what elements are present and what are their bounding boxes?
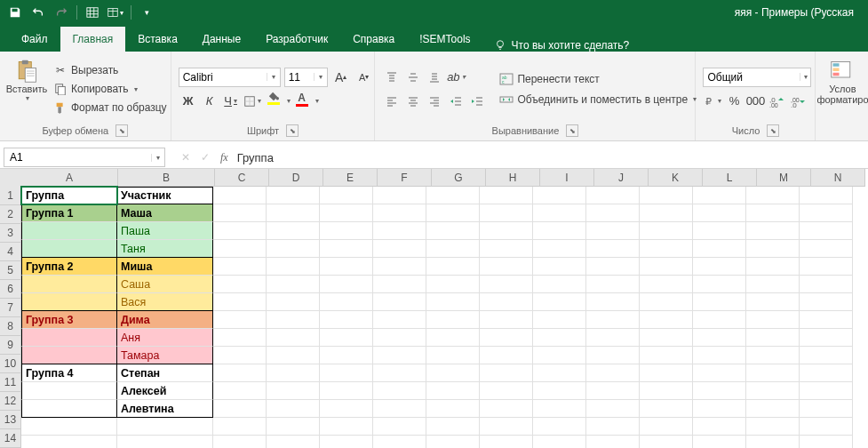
cell-I9[interactable] — [533, 329, 586, 347]
cell-H12[interactable] — [480, 382, 533, 400]
cell-F4[interactable] — [373, 240, 426, 258]
col-header-H[interactable]: H — [486, 169, 540, 187]
tab-!semtools[interactable]: !SEMTools — [407, 27, 482, 52]
cell-H1[interactable] — [480, 187, 533, 204]
cell-D4[interactable] — [267, 240, 320, 258]
row-header-3[interactable]: 3 — [0, 224, 21, 243]
cell-A4[interactable] — [21, 240, 117, 258]
cell-H6[interactable] — [480, 276, 533, 293]
cell-N4[interactable] — [800, 240, 853, 258]
cell-N11[interactable] — [800, 364, 853, 382]
cell-K9[interactable] — [640, 329, 693, 347]
cell-L5[interactable] — [693, 258, 746, 276]
cell-K6[interactable] — [640, 276, 693, 293]
cell-N1[interactable] — [800, 187, 853, 204]
cell-F1[interactable] — [373, 187, 426, 204]
cell-M14[interactable] — [746, 418, 800, 436]
decrease-font-icon[interactable]: A▾ — [354, 68, 374, 87]
cell-A13[interactable] — [21, 400, 117, 418]
row-header-8[interactable]: 8 — [0, 317, 21, 336]
cell-H15[interactable] — [480, 436, 533, 448]
cell-M10[interactable] — [746, 347, 800, 364]
cell-L1[interactable] — [693, 187, 746, 204]
col-header-B[interactable]: B — [118, 169, 215, 187]
cell-J11[interactable] — [586, 364, 640, 382]
cell-B11[interactable]: Степан — [117, 364, 213, 382]
cell-B1[interactable]: Участник — [117, 187, 213, 204]
cell-J2[interactable] — [586, 204, 640, 222]
cell-M2[interactable] — [746, 204, 800, 222]
cell-F5[interactable] — [373, 258, 426, 276]
cell-C5[interactable] — [213, 258, 267, 276]
cell-B14[interactable] — [117, 418, 213, 436]
increase-font-icon[interactable]: A▴ — [331, 68, 351, 87]
row-header-2[interactable]: 2 — [0, 205, 21, 224]
col-header-N[interactable]: N — [811, 169, 865, 187]
cell-B6[interactable]: Саша — [117, 276, 213, 293]
accounting-format-icon[interactable]: ₽▾ — [703, 92, 722, 111]
cell-F2[interactable] — [373, 204, 426, 222]
tab-разработчик[interactable]: Разработчик — [253, 27, 340, 52]
cell-K14[interactable] — [640, 418, 693, 436]
cell-C14[interactable] — [213, 418, 267, 436]
cell-J14[interactable] — [586, 418, 640, 436]
cell-I10[interactable] — [533, 347, 586, 364]
cell-E7[interactable] — [320, 293, 373, 311]
cell-N3[interactable] — [800, 222, 853, 240]
cell-L6[interactable] — [693, 276, 746, 293]
cell-A11[interactable]: Группа 4 — [21, 364, 117, 382]
cell-F9[interactable] — [373, 329, 426, 347]
cell-K8[interactable] — [640, 311, 693, 329]
cell-E9[interactable] — [320, 329, 373, 347]
cell-I15[interactable] — [533, 436, 586, 448]
cell-H14[interactable] — [480, 418, 533, 436]
cell-D12[interactable] — [267, 382, 320, 400]
cell-H10[interactable] — [480, 347, 533, 364]
cell-C3[interactable] — [213, 222, 267, 240]
comma-format-icon[interactable]: 000 — [745, 92, 765, 111]
dialog-launcher-icon[interactable]: ⬊ — [115, 124, 128, 137]
cell-F3[interactable] — [373, 222, 426, 240]
cell-D10[interactable] — [267, 347, 320, 364]
cell-E2[interactable] — [320, 204, 373, 222]
cell-A6[interactable] — [21, 276, 117, 293]
cell-L3[interactable] — [693, 222, 746, 240]
cell-F13[interactable] — [373, 400, 426, 418]
cell-K1[interactable] — [640, 187, 693, 204]
cell-J1[interactable] — [586, 187, 640, 204]
cell-C1[interactable] — [213, 187, 267, 204]
cell-C12[interactable] — [213, 382, 267, 400]
chevron-down-icon[interactable]: ▾ — [314, 73, 327, 81]
align-middle-icon[interactable] — [403, 68, 423, 87]
cell-I6[interactable] — [533, 276, 586, 293]
tab-вставка[interactable]: Вставка — [125, 27, 190, 52]
cell-C9[interactable] — [213, 329, 267, 347]
cell-M4[interactable] — [746, 240, 800, 258]
row-header-11[interactable]: 11 — [0, 373, 21, 392]
cell-A8[interactable]: Группа 3 — [21, 311, 117, 329]
cell-D1[interactable] — [267, 187, 320, 204]
cell-B12[interactable]: Алексей — [117, 382, 213, 400]
cell-L2[interactable] — [693, 204, 746, 222]
decrease-indent-icon[interactable] — [446, 92, 466, 111]
fx-icon[interactable]: fx — [220, 151, 228, 164]
cell-E3[interactable] — [320, 222, 373, 240]
col-header-I[interactable]: I — [540, 169, 594, 187]
col-header-C[interactable]: C — [215, 169, 269, 187]
cell-L8[interactable] — [693, 311, 746, 329]
cell-C2[interactable] — [213, 204, 267, 222]
cell-J10[interactable] — [586, 347, 640, 364]
row-header-5[interactable]: 5 — [0, 261, 21, 280]
dialog-launcher-icon[interactable]: ⬊ — [286, 124, 299, 137]
cell-N15[interactable] — [800, 436, 853, 448]
cell-A10[interactable] — [21, 347, 117, 364]
cell-H9[interactable] — [480, 329, 533, 347]
cell-I1[interactable] — [533, 187, 586, 204]
increase-decimal-icon[interactable]: ,0,00 — [767, 92, 786, 111]
increase-indent-icon[interactable] — [467, 92, 487, 111]
cell-A9[interactable] — [21, 329, 117, 347]
cell-K15[interactable] — [640, 436, 693, 448]
cell-E1[interactable] — [320, 187, 373, 204]
cell-G13[interactable] — [426, 400, 480, 418]
border-button[interactable]: ▾ — [243, 92, 262, 111]
